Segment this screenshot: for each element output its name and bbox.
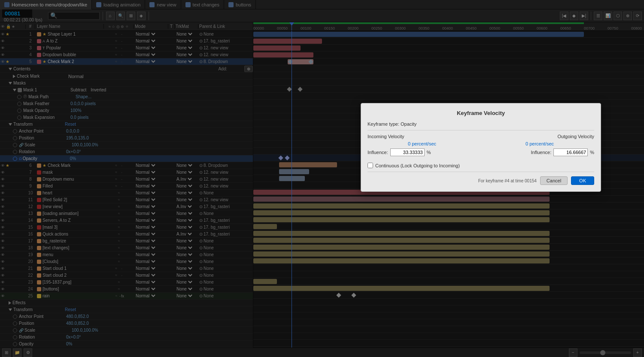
modal-continuous-checkbox[interactable] [368, 163, 373, 168]
modal-ok-button[interactable]: OK [571, 176, 594, 185]
modal-keyframe-type: Keyframe type: Opacity [368, 121, 594, 127]
modal-influence-label-in: Influence: [368, 150, 388, 155]
modal-title: Keyframe Velocity [368, 110, 594, 116]
modal-footer: For keyframe #4 at time 00154 Cancel OK [368, 176, 594, 185]
modal-incoming-value: 0 percent/sec [368, 141, 477, 146]
modal-incoming-influence-input[interactable] [390, 148, 425, 156]
modal-outgoing-col: Outgoing Velocity 0 percent/sec Influenc… [485, 134, 594, 158]
keyframe-velocity-modal: Keyframe Velocity Keyframe type: Opacity… [361, 103, 601, 192]
modal-cancel-button[interactable]: Cancel [540, 176, 568, 185]
modal-outgoing-influence-input[interactable] [553, 148, 588, 156]
modal-outgoing-value: 0 percent/sec [485, 141, 594, 146]
modal-incoming-col: Incoming Velocity 0 percent/sec Influenc… [368, 134, 477, 158]
modal-continuous-row: Continuous (Lock Outgoing to Incoming) [368, 163, 594, 168]
modal-overlay[interactable]: Keyframe Velocity Keyframe type: Opacity… [0, 0, 644, 357]
modal-keyframe-info: For keyframe #4 at time 00154 [368, 178, 537, 183]
modal-influence-label-out: Influence: [531, 150, 552, 155]
